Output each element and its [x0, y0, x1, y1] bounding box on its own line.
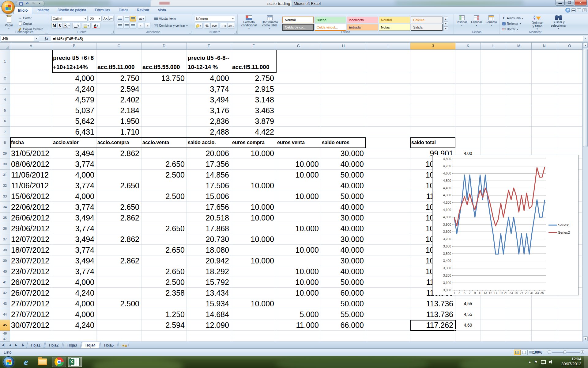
cell[interactable] [141, 180, 187, 191]
cell[interactable]: 55.000 [321, 309, 366, 320]
cell[interactable] [141, 127, 187, 137]
cell[interactable]: 17.656 [187, 202, 231, 213]
cell[interactable]: 3,774 [52, 266, 96, 277]
cell[interactable]: 10.000 [231, 255, 276, 266]
cell[interactable] [481, 116, 506, 127]
cell[interactable] [52, 331, 96, 336]
show-desktop-button[interactable] [584, 356, 588, 368]
cell[interactable]: 3,176 [187, 105, 231, 116]
wrap-text-button[interactable]: Ajustar texto [154, 17, 176, 21]
underline-button[interactable]: S ▼ [63, 23, 70, 29]
column-header-A[interactable]: A [10, 43, 52, 50]
cell[interactable] [96, 191, 141, 202]
increase-decimal-button[interactable]: ←.0 [220, 23, 227, 29]
tab-inicio[interactable]: Inicio [13, 7, 32, 14]
cell[interactable]: 5,037 [52, 105, 96, 116]
autosum-button[interactable]: Σ Autosuma▼ [502, 16, 524, 20]
cell[interactable]: 4,000 [187, 73, 231, 84]
cell[interactable] [410, 73, 455, 84]
start-button[interactable] [3, 356, 14, 367]
redo-icon[interactable]: ↷ [31, 2, 36, 6]
cell[interactable] [276, 105, 321, 116]
cell[interactable]: 27/07/2012 [10, 309, 52, 320]
cell[interactable] [366, 84, 410, 94]
cell[interactable] [506, 116, 532, 127]
cell[interactable]: 10.000 [276, 288, 321, 298]
format-cells-button[interactable]: Formato▼ [484, 15, 499, 29]
cell-style-item[interactable]: Normal [282, 17, 314, 23]
cell[interactable] [366, 234, 410, 245]
cell[interactable] [10, 116, 52, 127]
taskbar-explorer-icon[interactable] [36, 357, 50, 367]
cell[interactable]: 15.792 [187, 277, 231, 288]
cell[interactable]: fecha [10, 137, 52, 148]
cell[interactable] [141, 116, 187, 127]
cell[interactable]: 20.518 [187, 213, 231, 223]
cell[interactable]: 3,774 [52, 180, 96, 191]
row-header-39[interactable]: 39 [0, 255, 10, 266]
cell[interactable] [557, 105, 582, 116]
cell[interactable]: 40.000 [321, 159, 366, 170]
cell[interactable] [557, 94, 582, 105]
cell[interactable] [10, 84, 52, 94]
cell[interactable]: 2.650 [141, 266, 187, 277]
cell[interactable] [276, 255, 321, 266]
cell-style-item[interactable]: Celda vincul... [315, 24, 346, 31]
volume-icon[interactable] [549, 360, 554, 364]
row-header-4[interactable]: 4 [0, 94, 10, 105]
cell[interactable] [231, 159, 276, 170]
row-header-30[interactable]: 30 [0, 159, 10, 170]
cell[interactable] [366, 245, 410, 255]
cell[interactable]: 3,494 [52, 213, 96, 223]
cell[interactable]: 4,240 [52, 288, 96, 298]
cell[interactable] [321, 50, 366, 73]
cell[interactable]: 4,000 [52, 298, 96, 309]
cell[interactable]: 10.000 [276, 277, 321, 288]
cell[interactable]: 3,494 [52, 148, 96, 159]
cell[interactable] [557, 298, 582, 309]
number-dialog-launcher[interactable] [234, 31, 237, 33]
cell[interactable]: 23/07/2012 [10, 266, 52, 277]
bold-button[interactable]: N [51, 23, 57, 29]
tab-vista[interactable]: Vista [154, 7, 170, 14]
cell[interactable]: 10.000 [276, 191, 321, 202]
sheet-tab-hoja5[interactable]: Hoja5 [100, 342, 119, 348]
cell[interactable]: 14.684 [187, 309, 231, 320]
font-color-button[interactable]: A▼ [92, 23, 100, 29]
row-header-5[interactable]: 5 [0, 105, 10, 116]
cell[interactable] [532, 84, 557, 94]
cell[interactable] [481, 331, 506, 336]
cell[interactable] [557, 320, 582, 331]
row-header-31[interactable]: 31 [0, 170, 10, 180]
column-header-C[interactable]: C [96, 43, 141, 50]
font-dialog-launcher[interactable] [111, 31, 114, 33]
cell[interactable] [481, 137, 506, 148]
tab-diseño-de-página[interactable]: Diseño de página [53, 7, 90, 14]
cell[interactable]: 2.500 [96, 298, 141, 309]
cell[interactable]: 10.000 [231, 202, 276, 213]
delete-cells-button[interactable]: Eliminar▼ [469, 15, 484, 29]
cell[interactable] [532, 309, 557, 320]
cell[interactable]: 3.148 [231, 94, 276, 105]
last-sheet-icon[interactable]: ▕▶ [20, 343, 25, 347]
cell[interactable] [506, 298, 532, 309]
cell[interactable] [96, 170, 141, 180]
cell[interactable] [366, 223, 410, 234]
cell[interactable] [187, 331, 231, 336]
cell[interactable] [455, 127, 481, 137]
align-bottom-button[interactable] [130, 16, 136, 21]
cell[interactable] [231, 191, 276, 202]
cell[interactable] [276, 234, 321, 245]
cell[interactable]: 2.862 [96, 255, 141, 266]
row-header-32[interactable]: 32 [0, 180, 10, 191]
cell[interactable]: 08/06/2012 [10, 159, 52, 170]
cell[interactable]: precio tl5 +6+8 +10+12+14% [52, 50, 96, 73]
column-header-J[interactable]: J [410, 43, 455, 50]
cell[interactable]: 5.000 [276, 309, 321, 320]
cell[interactable] [481, 127, 506, 137]
cell[interactable] [366, 331, 410, 336]
cell[interactable]: 3,774 [52, 245, 96, 255]
cell[interactable] [481, 320, 506, 331]
percent-style-button[interactable]: % [204, 23, 210, 29]
cell[interactable] [366, 116, 410, 127]
